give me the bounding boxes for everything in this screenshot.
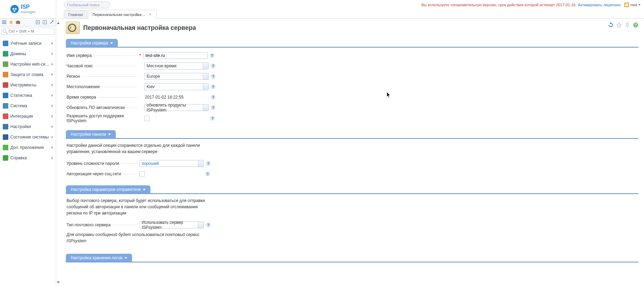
sidebar-item-1[interactable]: Домены	[0, 49, 56, 59]
trial-message: Вы используете ознакомительную версию, с…	[421, 3, 621, 7]
nav-icon	[3, 82, 8, 88]
nav-label: Система	[10, 103, 52, 108]
section-logs: Настройка хранения логов	[66, 254, 638, 262]
page-header: Первоначальная настройка сервера	[66, 22, 638, 34]
tab-0[interactable]: Главная	[64, 10, 87, 18]
nav-icon	[3, 155, 8, 161]
logo[interactable]: ISPmanager	[0, 0, 56, 18]
topbar: Глобальный поиск Вы используете ознакоми…	[60, 0, 644, 10]
section-sender-header[interactable]: Настройка параметров отправителя	[66, 185, 150, 194]
timezone-select[interactable]: Местное время	[144, 62, 209, 69]
help-icon[interactable]: ?	[210, 53, 215, 58]
main: Глобальный поиск Вы используете ознакоми…	[60, 0, 644, 286]
help-icon[interactable]: ?	[633, 22, 638, 28]
nav-label: Статистика	[10, 93, 52, 98]
region-select[interactable]: Europe	[144, 73, 209, 80]
svg-marker-12	[617, 23, 621, 27]
help-icon[interactable]: ?	[211, 105, 216, 110]
refresh-icon[interactable]	[608, 22, 613, 28]
section-server: Настройки сервера Имя сервера * ? Часо	[66, 39, 638, 126]
sidebar-item-0[interactable]: Учётные записи	[0, 38, 56, 49]
sidebar-item-6[interactable]: Система	[0, 101, 56, 111]
page-actions: ?	[608, 22, 638, 28]
nav-icon	[3, 72, 8, 77]
nav-icon	[3, 61, 8, 67]
collapse-icon[interactable]	[42, 19, 47, 25]
password-strength-select[interactable]: хороший	[139, 160, 204, 167]
pin-outline-icon[interactable]	[625, 22, 630, 28]
svg-rect-5	[17, 20, 19, 22]
chevron-right-icon	[52, 125, 53, 128]
svg-rect-2	[2, 23, 6, 24]
nav-label: Интеграция	[10, 114, 52, 119]
server-name-input[interactable]	[143, 52, 208, 59]
svg-text:?: ?	[635, 23, 637, 27]
sidebar-item-10[interactable]: Доп. приложения	[0, 142, 56, 153]
location-select[interactable]: Kiev	[144, 83, 209, 90]
nav-icon	[3, 51, 8, 57]
nav-icon	[3, 113, 8, 119]
help-icon[interactable]: ?	[206, 222, 211, 227]
help-icon[interactable]: ?	[211, 64, 216, 68]
chevron-right-icon	[52, 115, 53, 118]
autoupdate-select[interactable]: обновлять продукты ISPsystem	[144, 104, 209, 111]
user-menu[interactable]: root	[624, 2, 641, 7]
expand-icon[interactable]	[35, 19, 41, 25]
global-search[interactable]: Глобальный поиск	[64, 1, 110, 8]
quick-search	[0, 26, 56, 36]
region-label: Регион	[67, 74, 80, 79]
sidebar-item-3[interactable]: Защита от спама	[0, 69, 56, 80]
nav-label: Учётные записи	[10, 41, 52, 46]
section-panel-header[interactable]: Настройки панели	[66, 130, 116, 138]
server-time-value: 2017-01-02 18:22:55	[144, 95, 209, 100]
quick-search-input[interactable]	[1, 28, 54, 35]
nav-label: Справка	[10, 155, 52, 160]
section-logs-title: Настройка хранения логов	[71, 255, 122, 260]
briefcase-icon[interactable]	[15, 19, 21, 25]
chevron-right-icon	[52, 104, 53, 107]
close-icon[interactable]: ✕	[148, 12, 152, 17]
panel-note: Настройки данной секции сохраняются отде…	[67, 142, 205, 155]
activate-link[interactable]: Активировать лицензию	[578, 3, 621, 7]
chevron-down-icon	[143, 189, 146, 191]
sidebar-item-8[interactable]: Настройки	[0, 121, 56, 132]
sidebar-item-4[interactable]: Инструменты	[0, 80, 56, 90]
scroll-down-icon[interactable]	[57, 281, 60, 283]
list-icon[interactable]	[1, 19, 7, 25]
help-icon[interactable]: ?	[211, 84, 216, 89]
section-server-header[interactable]: Настройки сервера	[66, 39, 118, 47]
chevron-down-icon	[110, 42, 113, 44]
timezone-label: Часовой пояс	[67, 64, 93, 68]
section-logs-header[interactable]: Настройка хранения логов	[66, 254, 132, 262]
help-icon[interactable]: ?	[210, 116, 215, 121]
sidebar-item-2[interactable]: Настройки web-сер…	[0, 59, 56, 69]
location-label: Местоположение	[67, 84, 100, 89]
mail-server-type-label: Тип почтового сервера	[67, 222, 111, 227]
star-icon[interactable]	[8, 19, 14, 25]
help-icon[interactable]: ?	[211, 95, 216, 100]
user-label: root	[630, 3, 637, 7]
chevron-right-icon	[52, 52, 53, 55]
sender-note: Выбор почтового сервера, который будет и…	[67, 197, 205, 216]
tab-1[interactable]: Первоначальная настройка ...✕	[88, 10, 157, 19]
help-icon[interactable]: ?	[211, 74, 216, 79]
sidebar-item-9[interactable]: Состояние системы	[0, 132, 56, 142]
section-sender: Настройка параметров отправителя Выбор п…	[66, 185, 638, 250]
nav-icon	[3, 103, 8, 109]
scroll-up-icon[interactable]	[57, 22, 60, 24]
nav-label: Домены	[10, 51, 52, 56]
svg-rect-1	[2, 22, 6, 23]
social-auth-checkbox[interactable]	[139, 171, 145, 177]
help-icon[interactable]: ?	[206, 161, 211, 166]
help-icon[interactable]: ?	[205, 171, 210, 176]
global-search-placeholder: Глобальный поиск	[67, 3, 99, 7]
sidebar-item-11[interactable]: Справка	[0, 153, 56, 163]
sidebar-item-5[interactable]: Статистика	[0, 90, 56, 101]
mail-server-type-select[interactable]: Использовать сервер ISPsystem	[139, 221, 204, 228]
sidebar-item-7[interactable]: Интеграция	[0, 111, 56, 121]
svg-rect-0	[2, 20, 6, 21]
pin-icon[interactable]	[49, 19, 54, 25]
chevron-right-icon	[52, 63, 53, 66]
star-outline-icon[interactable]	[616, 22, 622, 28]
support-access-checkbox[interactable]	[144, 116, 150, 121]
